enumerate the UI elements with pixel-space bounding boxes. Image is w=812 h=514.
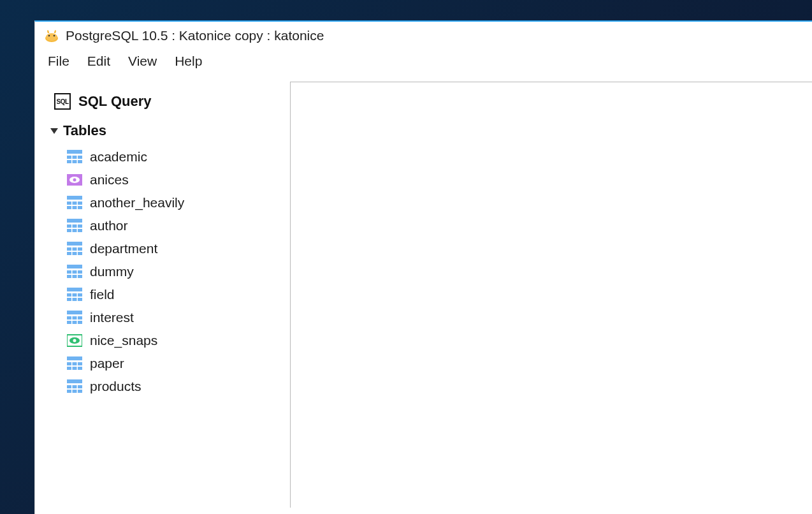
svg-rect-36 — [67, 270, 71, 274]
svg-rect-39 — [67, 275, 71, 278]
table-icon — [67, 379, 82, 393]
svg-rect-52 — [78, 316, 82, 319]
svg-rect-16 — [73, 202, 77, 205]
svg-rect-49 — [67, 311, 82, 314]
svg-rect-14 — [67, 196, 82, 200]
disclosure-triangle-icon — [50, 128, 58, 134]
table-label: paper — [90, 356, 124, 371]
svg-rect-19 — [73, 206, 77, 209]
table-item-nice-snaps[interactable]: nice_snaps — [67, 329, 284, 352]
sql-icon: SQL — [54, 93, 71, 110]
svg-rect-67 — [67, 385, 71, 388]
svg-rect-71 — [73, 390, 77, 393]
svg-rect-29 — [67, 247, 71, 251]
svg-rect-22 — [67, 224, 71, 228]
svg-point-58 — [73, 339, 76, 342]
table-item-dummy[interactable]: dummy — [67, 260, 284, 283]
table-icon — [67, 265, 82, 279]
svg-rect-35 — [67, 265, 82, 268]
sidebar: SQL SQL Query Tables academic — [35, 79, 290, 508]
svg-rect-21 — [67, 219, 82, 223]
svg-rect-23 — [73, 224, 77, 228]
table-item-academic[interactable]: academic — [67, 145, 284, 168]
sql-query-label: SQL Query — [78, 93, 152, 110]
table-icon — [67, 219, 82, 233]
svg-rect-26 — [73, 229, 77, 232]
menu-edit[interactable]: Edit — [81, 52, 117, 70]
sql-query-item[interactable]: SQL SQL Query — [49, 92, 284, 119]
svg-rect-32 — [67, 252, 71, 255]
svg-rect-55 — [78, 321, 82, 324]
svg-rect-62 — [78, 362, 82, 365]
table-label: another_heavily — [90, 195, 184, 210]
svg-rect-68 — [73, 385, 77, 388]
table-label: dummy — [90, 264, 134, 279]
view-purple-icon — [67, 173, 82, 187]
svg-rect-51 — [73, 316, 77, 319]
table-item-field[interactable]: field — [67, 283, 284, 306]
view-green-icon — [67, 334, 82, 348]
svg-rect-43 — [67, 293, 71, 297]
table-label: nice_snaps — [90, 333, 157, 348]
svg-rect-27 — [78, 229, 82, 232]
svg-rect-5 — [67, 156, 71, 159]
svg-rect-7 — [78, 156, 82, 159]
table-item-author[interactable]: author — [67, 214, 284, 237]
svg-rect-70 — [67, 390, 71, 393]
svg-rect-47 — [73, 298, 77, 301]
svg-rect-53 — [67, 321, 71, 324]
svg-rect-41 — [78, 275, 82, 278]
table-icon — [67, 311, 82, 325]
svg-rect-8 — [67, 160, 71, 163]
svg-rect-48 — [78, 298, 82, 301]
menu-help[interactable]: Help — [168, 52, 208, 70]
table-label: interest — [90, 310, 134, 325]
svg-rect-66 — [67, 379, 82, 383]
svg-rect-38 — [78, 270, 82, 274]
svg-rect-65 — [78, 367, 82, 370]
svg-rect-31 — [78, 247, 82, 251]
svg-rect-33 — [73, 252, 77, 255]
svg-rect-61 — [73, 362, 77, 365]
table-label: author — [90, 218, 128, 233]
svg-rect-72 — [78, 390, 82, 393]
titlebar: PostgreSQL 10.5 : Katonice copy : katoni… — [35, 22, 812, 47]
table-item-department[interactable]: department — [67, 237, 284, 260]
table-icon — [67, 288, 82, 302]
svg-rect-9 — [73, 160, 77, 163]
table-label: department — [90, 241, 157, 256]
svg-rect-40 — [73, 275, 77, 278]
table-icon — [67, 196, 82, 210]
svg-rect-45 — [78, 293, 82, 297]
table-icon — [67, 242, 82, 256]
svg-point-1 — [46, 33, 57, 41]
svg-rect-24 — [78, 224, 82, 228]
table-item-another-heavily[interactable]: another_heavily — [67, 191, 284, 214]
table-label: academic — [90, 149, 147, 165]
svg-rect-15 — [67, 202, 71, 205]
menu-view[interactable]: View — [122, 52, 163, 70]
svg-rect-4 — [67, 150, 82, 154]
svg-rect-28 — [67, 242, 82, 246]
svg-rect-17 — [78, 202, 82, 205]
svg-rect-18 — [67, 206, 71, 209]
table-item-products[interactable]: products — [67, 375, 284, 398]
table-item-anices[interactable]: anices — [67, 168, 284, 191]
svg-point-3 — [54, 35, 55, 37]
svg-rect-46 — [67, 298, 71, 301]
svg-rect-64 — [73, 367, 77, 370]
svg-rect-59 — [67, 356, 82, 360]
app-window: PostgreSQL 10.5 : Katonice copy : katoni… — [34, 20, 812, 514]
table-label: field — [90, 287, 115, 302]
svg-rect-37 — [73, 270, 77, 274]
table-item-interest[interactable]: interest — [67, 306, 284, 329]
svg-rect-60 — [67, 362, 71, 365]
menu-file[interactable]: File — [41, 52, 76, 70]
svg-rect-10 — [78, 160, 82, 163]
table-item-paper[interactable]: paper — [67, 352, 284, 375]
table-label: anices — [90, 172, 129, 187]
tables-tree-header[interactable]: Tables — [49, 119, 284, 145]
svg-point-2 — [48, 35, 50, 37]
svg-rect-54 — [73, 321, 77, 324]
table-icon — [67, 356, 82, 371]
